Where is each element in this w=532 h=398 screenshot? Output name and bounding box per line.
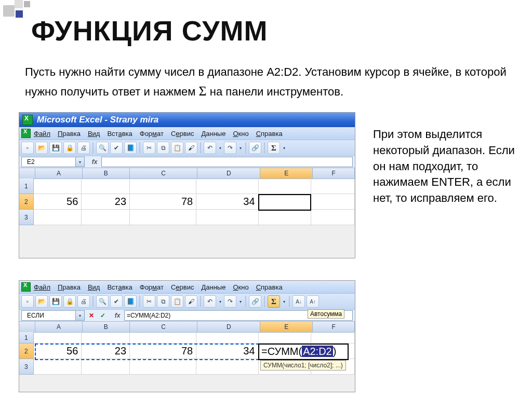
open-icon[interactable]: 📂 (35, 142, 48, 154)
cell-F3[interactable] (311, 210, 355, 225)
print-icon[interactable]: 🖨 (77, 142, 90, 154)
print-preview-icon[interactable]: 🔍 (96, 295, 109, 308)
menu-edit[interactable]: Правка (58, 283, 81, 291)
redo-dropdown-icon[interactable]: ▾ (238, 299, 243, 304)
col-header-A[interactable]: A (35, 322, 83, 333)
spelling-icon[interactable]: ✔ (110, 295, 123, 308)
new-icon[interactable]: ▫ (21, 142, 34, 154)
select-all-corner[interactable] (19, 322, 35, 333)
name-box[interactable]: ЕСЛИ ▾ (21, 310, 85, 321)
cut-icon[interactable]: ✂ (143, 295, 155, 308)
menu-window[interactable]: Окно (233, 130, 248, 138)
spelling-icon[interactable]: ✔ (110, 142, 123, 154)
cell-E2[interactable] (259, 194, 312, 210)
cell-A3[interactable] (34, 359, 82, 375)
menu-file[interactable]: Файл (34, 130, 50, 138)
row-header-1[interactable]: 1 (19, 179, 34, 194)
cell-B1[interactable] (82, 332, 130, 344)
col-header-E[interactable]: E (260, 322, 313, 333)
cell-C1[interactable] (130, 179, 196, 194)
cell-B2[interactable]: 23 (82, 194, 130, 210)
col-header-B[interactable]: B (83, 322, 130, 333)
menu-format[interactable]: Формат (140, 130, 164, 138)
cell-B2[interactable]: 23 (82, 344, 130, 359)
research-icon[interactable]: 📘 (124, 295, 137, 308)
cell-D2[interactable]: 34 (196, 194, 258, 210)
paste-icon[interactable]: 📋 (171, 295, 183, 308)
fx-icon[interactable]: fx (113, 311, 122, 320)
permission-icon[interactable]: 🔒 (63, 295, 76, 308)
paste-icon[interactable]: 📋 (171, 142, 183, 154)
row-header-2[interactable]: 2 (19, 194, 34, 210)
save-icon[interactable]: 💾 (49, 295, 62, 308)
format-painter-icon[interactable]: 🖌 (185, 295, 197, 308)
menu-bar[interactable]: Файл Правка Вид Вставка Формат Сервис Да… (19, 281, 355, 293)
menu-edit[interactable]: Правка (58, 130, 81, 138)
cell-E1[interactable] (259, 332, 312, 344)
cell-D1[interactable] (196, 332, 258, 344)
cell-A3[interactable] (34, 210, 82, 225)
cell-A1[interactable] (34, 332, 82, 344)
menu-data[interactable]: Данные (201, 130, 225, 138)
cell-C1[interactable] (130, 332, 196, 344)
menu-help[interactable]: Справка (256, 283, 283, 291)
enter-formula-icon[interactable]: ✓ (98, 311, 108, 320)
permission-icon[interactable]: 🔒 (63, 142, 76, 154)
print-icon[interactable]: 🖨 (77, 295, 90, 308)
cell-F1[interactable] (311, 332, 355, 344)
hyperlink-icon[interactable]: 🔗 (249, 295, 261, 308)
format-painter-icon[interactable]: 🖌 (185, 142, 197, 154)
menu-insert[interactable]: Вставка (107, 130, 132, 138)
cell-C3[interactable] (130, 210, 196, 225)
menu-file[interactable]: Файл (34, 283, 50, 291)
cell-E3[interactable] (259, 210, 312, 225)
sort-desc-icon[interactable]: A↑ (307, 295, 319, 308)
col-header-A[interactable]: A (35, 168, 83, 179)
print-preview-icon[interactable]: 🔍 (96, 142, 109, 154)
cell-A2[interactable]: 56 (34, 344, 82, 359)
redo-dropdown-icon[interactable]: ▾ (238, 146, 243, 150)
undo-dropdown-icon[interactable]: ▾ (218, 299, 222, 304)
copy-icon[interactable]: ⧉ (157, 142, 169, 154)
menu-tools[interactable]: Сервис (171, 283, 194, 291)
sort-asc-icon[interactable]: A↓ (292, 295, 305, 308)
redo-icon[interactable]: ↷ (224, 295, 236, 308)
cell-A1[interactable] (34, 179, 82, 194)
cell-F1[interactable] (311, 179, 355, 194)
cancel-formula-icon[interactable]: ✕ (87, 311, 96, 320)
menu-format[interactable]: Формат (140, 283, 164, 291)
menu-insert[interactable]: Вставка (107, 283, 132, 291)
cell-D1[interactable] (196, 179, 258, 194)
menu-help[interactable]: Справка (256, 130, 283, 138)
col-header-C[interactable]: C (130, 322, 198, 333)
autosum-icon[interactable]: Σ (268, 142, 280, 154)
spreadsheet-grid[interactable]: A B C D E F 1 2 56 23 78 34 3 (19, 168, 355, 225)
hyperlink-icon[interactable]: 🔗 (249, 142, 261, 154)
cell-B1[interactable] (82, 179, 130, 194)
autosum-icon[interactable]: Σ (268, 295, 280, 308)
undo-icon[interactable]: ↶ (204, 295, 216, 308)
menu-tools[interactable]: Сервис (171, 130, 194, 138)
col-header-D[interactable]: D (197, 322, 260, 333)
menu-window[interactable]: Окно (233, 283, 248, 291)
autosum-dropdown-icon[interactable]: ▾ (282, 299, 286, 304)
formula-bar[interactable]: E2 ▾ fx (19, 156, 355, 168)
cell-E1[interactable] (259, 179, 312, 194)
cell-D3[interactable] (196, 210, 258, 225)
research-icon[interactable]: 📘 (124, 142, 137, 154)
cell-C3[interactable] (130, 359, 196, 375)
new-icon[interactable]: ▫ (21, 295, 34, 308)
menu-view[interactable]: Вид (88, 130, 100, 138)
autosum-dropdown-icon[interactable]: ▾ (282, 146, 286, 150)
col-header-E[interactable]: E (260, 168, 313, 179)
row-header-1[interactable]: 1 (19, 332, 34, 344)
col-header-F[interactable]: F (313, 168, 355, 179)
standard-toolbar[interactable]: ▫ 📂 💾 🔒 🖨 🔍 ✔ 📘 ✂ ⧉ 📋 🖌 ↶ ▾ ↷ ▾ 🔗 Σ ▾ A↓… (19, 293, 355, 309)
cell-B3[interactable] (82, 210, 130, 225)
col-header-F[interactable]: F (313, 322, 355, 333)
row-header-3[interactable]: 3 (19, 359, 34, 375)
menu-data[interactable]: Данные (201, 283, 225, 291)
col-header-C[interactable]: C (130, 168, 198, 179)
select-all-corner[interactable] (19, 168, 35, 179)
name-box-dropdown-icon[interactable]: ▾ (75, 157, 84, 167)
